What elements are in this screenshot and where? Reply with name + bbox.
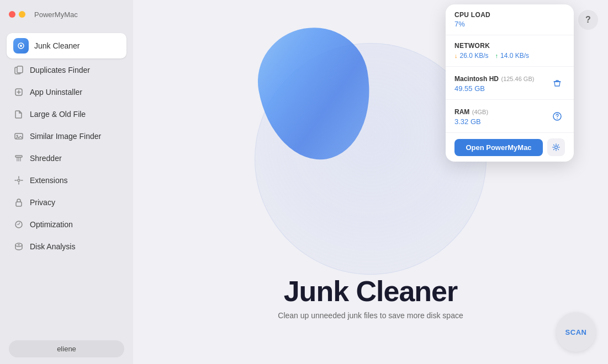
ram-section: RAM (4GB) 3.32 GB (446, 100, 574, 133)
sidebar-item-privacy[interactable]: Privacy (7, 192, 126, 213)
main-content: ? Junk Cleaner Clean up unneeded junk fi… (133, 0, 608, 364)
sidebar-label-disk-analysis: Disk Analysis (30, 242, 75, 251)
app-title: PowerMyMac (34, 10, 78, 19)
network-label: Network (454, 42, 565, 50)
svg-point-14 (557, 118, 558, 119)
network-speeds: ↓ 26.0 KB/s ↑ 14.0 KB/s (454, 52, 565, 60)
titlebar: PowerMyMac (0, 0, 133, 29)
minimize-button[interactable] (19, 11, 25, 18)
sidebar-label-app-uninstaller: App Uninstaller (30, 88, 82, 97)
sidebar-label-large-old-file: Large & Old File (30, 110, 86, 119)
sidebar-item-shredder[interactable]: Shredder (7, 148, 126, 169)
sidebar-item-large-old-file[interactable]: Large & Old File (7, 104, 126, 125)
settings-gear-button[interactable] (547, 138, 565, 156)
sidebar-item-extensions[interactable]: Extensions (7, 170, 126, 191)
privacy-icon (13, 197, 24, 208)
close-button[interactable] (9, 11, 15, 18)
svg-point-8 (18, 179, 20, 181)
svg-rect-3 (17, 66, 23, 73)
user-name: eliene (9, 340, 124, 357)
disk-row: Macintosh HD (125.46 GB) 49.55 GB (454, 73, 565, 93)
hero-title: Junk Cleaner (278, 275, 463, 308)
hero-subtitle: Clean up unneeded junk files to save mor… (278, 311, 463, 320)
network-section: Network ↓ 26.0 KB/s ↑ 14.0 KB/s (446, 35, 574, 67)
app-uninstaller-icon (13, 87, 24, 98)
svg-rect-9 (16, 202, 22, 206)
duplicates-finder-icon (13, 65, 24, 76)
ram-label: RAM (454, 108, 469, 116)
disk-section: Macintosh HD (125.46 GB) 49.55 GB (446, 67, 574, 100)
sidebar: PowerMyMac Junk Cleaner Duplicates Finde… (0, 0, 133, 364)
ram-value: 3.32 GB (454, 117, 488, 126)
sidebar-item-similar-image-finder[interactable]: Similar Image Finder (7, 126, 126, 147)
disk-info: Macintosh HD (125.46 GB) 49.55 GB (454, 73, 534, 93)
sidebar-label-similar-image-finder: Similar Image Finder (30, 132, 101, 141)
download-speed: ↓ 26.0 KB/s (454, 52, 489, 60)
disk-trash-button[interactable] (549, 76, 565, 91)
svg-point-15 (555, 146, 558, 149)
sidebar-label-duplicates-finder: Duplicates Finder (30, 66, 90, 74)
similar-image-finder-icon (13, 131, 24, 142)
extensions-icon (13, 175, 24, 186)
help-button[interactable]: ? (578, 10, 598, 30)
sidebar-item-junk-cleaner[interactable]: Junk Cleaner (7, 33, 126, 58)
sidebar-label-junk-cleaner: Junk Cleaner (34, 41, 80, 50)
large-old-file-icon (13, 109, 24, 120)
sidebar-item-optimization[interactable]: Optimization (7, 214, 126, 235)
upload-value: 14.0 KB/s (500, 52, 529, 60)
upload-arrow-icon: ↑ (495, 52, 499, 59)
svg-point-12 (18, 244, 20, 245)
cpu-label: CPU LOAD (454, 11, 565, 19)
svg-point-1 (20, 45, 22, 47)
disk-label: Macintosh HD (454, 75, 499, 83)
upload-speed: ↑ 14.0 KB/s (495, 52, 530, 60)
sidebar-label-privacy: Privacy (30, 198, 55, 207)
sidebar-item-app-uninstaller[interactable]: App Uninstaller (7, 82, 126, 103)
ram-question-button[interactable] (549, 109, 565, 124)
svg-point-6 (17, 135, 18, 137)
sidebar-label-optimization: Optimization (30, 220, 73, 229)
download-arrow-icon: ↓ (454, 52, 458, 59)
disk-analysis-icon (13, 241, 24, 252)
sidebar-item-duplicates-finder[interactable]: Duplicates Finder (7, 60, 126, 81)
traffic-lights (9, 11, 25, 18)
junk-cleaner-icon (13, 38, 29, 53)
sidebar-item-disk-analysis[interactable]: Disk Analysis (7, 236, 126, 257)
shredder-icon (13, 153, 24, 164)
scan-button[interactable]: SCAN (556, 312, 596, 352)
ram-info: RAM (4GB) 3.32 GB (454, 106, 488, 126)
popup-actions: Open PowerMyMac (446, 133, 574, 162)
system-popup-card: CPU LOAD 7% Network ↓ 26.0 KB/s ↑ 14.0 K… (446, 4, 574, 162)
optimization-icon (13, 219, 24, 230)
ram-size: (4GB) (472, 109, 488, 115)
sidebar-nav: Junk Cleaner Duplicates Finder App Unins… (0, 29, 133, 334)
hero-text-block: Junk Cleaner Clean up unneeded junk file… (278, 275, 463, 320)
sidebar-label-shredder: Shredder (30, 154, 62, 163)
sidebar-label-extensions: Extensions (30, 176, 67, 185)
download-value: 26.0 KB/s (460, 52, 489, 60)
cpu-value: 7% (454, 20, 565, 28)
disk-value: 49.55 GB (454, 84, 534, 93)
disk-size: (125.46 GB) (501, 76, 534, 82)
cpu-section: CPU LOAD 7% (446, 4, 574, 35)
ram-row: RAM (4GB) 3.32 GB (454, 106, 565, 126)
sidebar-user: eliene (0, 334, 133, 364)
open-powermymac-button[interactable]: Open PowerMyMac (454, 139, 543, 156)
